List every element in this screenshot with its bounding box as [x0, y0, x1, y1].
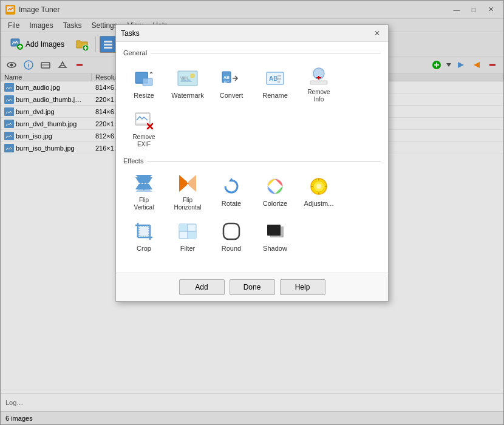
- adjustments-item[interactable]: Adjustm...: [298, 171, 339, 213]
- flipvertical-label: FlipVertical: [134, 197, 154, 211]
- round-item[interactable]: Round: [211, 216, 252, 258]
- rename-item[interactable]: AB Rename: [254, 73, 296, 105]
- resize-item[interactable]: Resize: [123, 73, 165, 105]
- svg-text:AB: AB: [269, 75, 278, 82]
- convert-label: Convert: [220, 92, 243, 100]
- colorize-item[interactable]: Colorize: [254, 171, 296, 213]
- shadow-icon: [264, 220, 286, 242]
- tasks-modal: Tasks ✕ General: [115, 73, 389, 302]
- convert-item[interactable]: AB AC Convert: [211, 73, 252, 105]
- svg-rect-37: [143, 78, 152, 86]
- help-button[interactable]: Help: [280, 279, 325, 295]
- svg-point-69: [316, 184, 321, 189]
- adjustments-label: Adjustm...: [304, 200, 334, 208]
- watermark-label: Watermark: [171, 92, 203, 100]
- rename-icon: AB: [264, 73, 286, 89]
- resize-icon: [133, 73, 155, 89]
- svg-point-41: [190, 73, 195, 78]
- svg-rect-80: [179, 224, 188, 231]
- colorize-icon: [264, 175, 286, 197]
- crop-item[interactable]: Crop: [123, 216, 165, 258]
- rotate-item[interactable]: Rotate: [211, 171, 252, 213]
- removeexif-label: RemoveEXIF: [132, 134, 155, 148]
- flipvertical-icon: [133, 172, 155, 194]
- svg-rect-51: [310, 81, 327, 84]
- shadow-item[interactable]: Shadow: [254, 216, 296, 258]
- svg-rect-84: [223, 223, 239, 239]
- main-window: Image Tuner — □ ✕ File Images Tasks Sett…: [0, 0, 504, 425]
- svg-text:AC: AC: [223, 80, 230, 84]
- flipvertical-item[interactable]: FlipVertical: [123, 171, 165, 213]
- convert-icon: AB AC: [220, 73, 242, 89]
- adjustments-icon: [308, 175, 330, 197]
- crop-label: Crop: [137, 245, 151, 253]
- svg-text:WM: WM: [180, 76, 188, 80]
- svg-rect-78: [139, 226, 149, 236]
- svg-text:AB: AB: [223, 75, 230, 80]
- rotate-label: Rotate: [222, 200, 241, 208]
- watermark-item[interactable]: WM Watermark: [167, 73, 208, 105]
- effects-icon-grid: FlipVertical FlipHorizont: [123, 171, 381, 258]
- filter-icon: [177, 220, 199, 242]
- rotate-icon: [220, 175, 242, 197]
- fliphorizontal-label: FlipHorizontal: [174, 197, 201, 211]
- removeinfo-label: RemoveInfo: [307, 89, 330, 103]
- round-icon: [220, 220, 242, 242]
- shadow-label: Shadow: [263, 245, 287, 253]
- svg-marker-62: [186, 175, 196, 192]
- colorize-label: Colorize: [263, 200, 287, 208]
- svg-rect-86: [267, 225, 281, 236]
- fliphorizontal-item[interactable]: FlipHorizontal: [167, 171, 208, 213]
- done-button[interactable]: Done: [230, 279, 275, 295]
- rename-label: Rename: [262, 92, 288, 100]
- round-label: Round: [222, 245, 241, 253]
- removeexif-icon: [133, 109, 155, 131]
- filter-item[interactable]: Filter: [167, 216, 208, 258]
- removeinfo-item[interactable]: RemoveInfo: [298, 73, 339, 105]
- filter-label: Filter: [180, 245, 195, 253]
- crop-icon: [133, 220, 155, 242]
- removeinfo-icon: [308, 73, 330, 86]
- watermark-icon: WM: [177, 73, 199, 89]
- svg-rect-81: [188, 231, 196, 239]
- general-icon-grid: Resize WM: [123, 73, 381, 150]
- modal-footer: Add Done Help: [116, 273, 388, 301]
- resize-label: Resize: [134, 92, 154, 100]
- svg-point-66: [272, 183, 278, 189]
- removeexif-item[interactable]: RemoveEXIF: [123, 107, 165, 150]
- effects-section-header: Effects: [123, 157, 381, 166]
- modal-body: General: [116, 73, 388, 273]
- modal-overlay: Tasks ✕ General: [1, 73, 503, 393]
- fliphorizontal-icon: [177, 172, 199, 194]
- add-button[interactable]: Add: [179, 279, 225, 295]
- content-area: Name Resolution Type Path Task burn_audi…: [1, 73, 503, 393]
